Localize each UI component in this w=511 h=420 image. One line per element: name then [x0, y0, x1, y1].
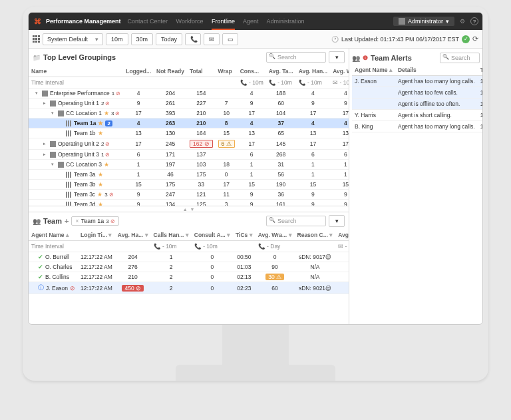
team-filter-button[interactable]: ▾: [329, 215, 345, 227]
col-header[interactable]: Name: [29, 66, 123, 77]
col-subheader: [295, 241, 336, 252]
chevron-down-icon: ▾: [446, 18, 449, 25]
col-header[interactable]: Logged...: [123, 66, 154, 77]
range-today[interactable]: Today: [156, 33, 182, 45]
layout-icon[interactable]: [33, 35, 40, 43]
alert-row[interactable]: J. EasonAgent has too many long calls.10…: [352, 76, 483, 87]
col-header[interactable]: Avg. Wra... ▾: [256, 230, 295, 241]
col-header[interactable]: Login Ti... ▾: [78, 230, 115, 241]
top-nav: Contact Center Workforce Frontline Agent…: [128, 18, 311, 25]
agent-row[interactable]: ⓘ J. Eason ⊘12:17:22 AM450 ⊘2002:2360sDN…: [29, 282, 349, 294]
splitter[interactable]: ▲ ▼: [29, 206, 349, 212]
col-subheader: [187, 77, 216, 89]
app-logo-icon: ⌘: [33, 17, 42, 26]
col-subheader: 📞 - 10m: [151, 241, 192, 252]
range-30m[interactable]: 30m: [131, 33, 154, 45]
user-name: Administrator: [408, 18, 443, 25]
col-header[interactable]: Time: [478, 65, 483, 76]
col-subheader: 📞 - 10m: [266, 77, 296, 89]
groupings-filter-button[interactable]: ▾: [329, 51, 345, 63]
col-header[interactable]: Avg. Han...: [296, 66, 331, 77]
nav-workforce[interactable]: Workforce: [176, 18, 204, 25]
grouping-row[interactable]: ▸Operating Unit 22 ⊘17245162 ⊘6 ⚠1714517…: [29, 138, 349, 150]
grouping-row[interactable]: Team 3b★151753317151901515: [29, 180, 349, 190]
col-header[interactable]: Calls Han... ▾: [151, 230, 192, 241]
col-header[interactable]: Reason C... ▾: [295, 230, 336, 241]
channel-email-button[interactable]: ✉: [204, 33, 220, 45]
toolbar: System Default 10m 30m Today 📞 ✉ ▭ Last …: [29, 30, 482, 49]
grouping-row[interactable]: Team 3a★146175015611: [29, 170, 349, 180]
refresh-button[interactable]: ⟳: [472, 35, 478, 43]
team-table: Agent Name ▴Login Ti... ▾Avg. Ha... ▾Cal…: [29, 230, 349, 294]
col-header[interactable]: Consult A... ▾: [192, 230, 233, 241]
grouping-row[interactable]: Team 3c★3 ⊘92471211193699: [29, 190, 349, 200]
team-plus-button[interactable]: +: [65, 217, 69, 225]
help-icon[interactable]: ?: [470, 17, 478, 25]
col-subheader: [78, 241, 115, 252]
team-search[interactable]: Search: [266, 216, 326, 226]
grouping-row[interactable]: Team 1a★24263210843744: [29, 118, 349, 128]
col-header[interactable]: Not Ready: [154, 66, 187, 77]
alerts-search[interactable]: Search: [440, 53, 480, 63]
col-subheader: 📞 - 10m: [238, 77, 266, 89]
groupings-table: NameLogged...Not ReadyTotalWrapCons...Av…: [29, 66, 349, 206]
alerts-title: ❶Team Alerts: [352, 54, 412, 62]
col-header[interactable]: Details: [395, 65, 478, 76]
channel-chat-button[interactable]: ▭: [222, 33, 238, 45]
user-menu[interactable]: Administrator ▾: [393, 17, 454, 26]
agent-row[interactable]: ✔ B. Collins12:17:22 AM2102002:1330 ⚠N/A…: [29, 272, 349, 282]
col-header[interactable]: Agent Name ▴: [29, 230, 78, 241]
groupings-search[interactable]: Search: [266, 52, 326, 63]
channel-phone-button[interactable]: 📞: [185, 33, 201, 45]
alert-row[interactable]: B. KingAgent has too many long calls.17:…: [352, 121, 483, 132]
view-select[interactable]: System Default: [43, 33, 103, 45]
grouping-row[interactable]: ▾CC Location 3★11971031813111: [29, 160, 349, 170]
col-subheader: [154, 77, 187, 89]
range-10m[interactable]: 10m: [106, 33, 128, 45]
col-header[interactable]: Avg. Wr...: [330, 66, 349, 77]
col-header[interactable]: Total: [187, 66, 216, 77]
col-subheader: 📞 - 10m: [296, 77, 331, 89]
col-header[interactable]: Avg. Ha... ▾: [115, 230, 151, 241]
col-subheader: [216, 77, 238, 89]
groupings-title: Top Level Groupings: [33, 53, 116, 61]
agent-row[interactable]: ✔ O. Burrell12:17:22 AM2041000:500sDN: 9…: [29, 252, 349, 262]
settings-icon[interactable]: ⚙: [460, 18, 465, 25]
nav-contact-center[interactable]: Contact Center: [128, 18, 168, 25]
last-updated: Last Updated: 01:17:43 PM 06/17/2017 EST: [341, 36, 459, 43]
alert-row[interactable]: Agent has too few calls.10:05: [352, 87, 483, 99]
grouping-row[interactable]: ▸Operating Unit 31 ⊘6171137626866: [29, 150, 349, 160]
col-subheader: Time Interval: [29, 77, 123, 89]
col-header[interactable]: Cons...: [238, 66, 266, 77]
alert-row[interactable]: Y. HarrisAgent is short calling.17:05: [352, 110, 483, 121]
grouping-row[interactable]: ▾Enterprise Performance1 ⊘4204154418844: [29, 89, 349, 99]
alert-row[interactable]: Agent is offline too often.10:05: [352, 99, 483, 110]
team-icon: [33, 217, 41, 225]
col-subheader: Time Interval: [29, 241, 78, 252]
grouping-row[interactable]: Team 1b★131301641513651313: [29, 128, 349, 138]
col-subheader: ✉ - 10m: [330, 77, 349, 89]
col-subheader: [123, 77, 154, 89]
nav-admin[interactable]: Administration: [267, 18, 305, 25]
col-header[interactable]: Agent Name ▴: [352, 65, 395, 76]
nav-agent[interactable]: Agent: [243, 18, 259, 25]
nav-frontline[interactable]: Frontline: [212, 18, 235, 30]
status-ok-icon: ✓: [462, 35, 470, 43]
team-chip[interactable]: ×Team 1a3⊘: [71, 216, 118, 226]
grouping-row[interactable]: ▸Operating Unit 12 ⊘9261227796099: [29, 99, 349, 108]
app-title: Performance Management: [46, 18, 121, 25]
col-header[interactable]: Avg. Han... ▾: [335, 230, 349, 241]
grouping-row[interactable]: Team 3d★91341253916199: [29, 200, 349, 206]
agent-row[interactable]: ✔ O. Charles12:17:22 AM2762001:0390N/A0: [29, 262, 349, 272]
clock-icon: [331, 36, 339, 43]
alerts-table: Agent Name ▴DetailsTime J. EasonAgent ha…: [352, 65, 483, 132]
col-header[interactable]: Wrap: [216, 66, 238, 77]
col-header[interactable]: TiCs ▾: [233, 230, 256, 241]
folder-icon: [33, 53, 41, 61]
grouping-row[interactable]: ▾CC Location 1★3 ⊘1739321010171041717: [29, 108, 349, 118]
col-subheader: ✉ - 10m: [335, 241, 349, 252]
alerts-icon: [352, 54, 360, 62]
col-header[interactable]: Avg. Ta...: [266, 66, 296, 77]
col-subheader: 📞 - 10m: [192, 241, 233, 252]
col-subheader: 📞 - Day: [256, 241, 295, 252]
